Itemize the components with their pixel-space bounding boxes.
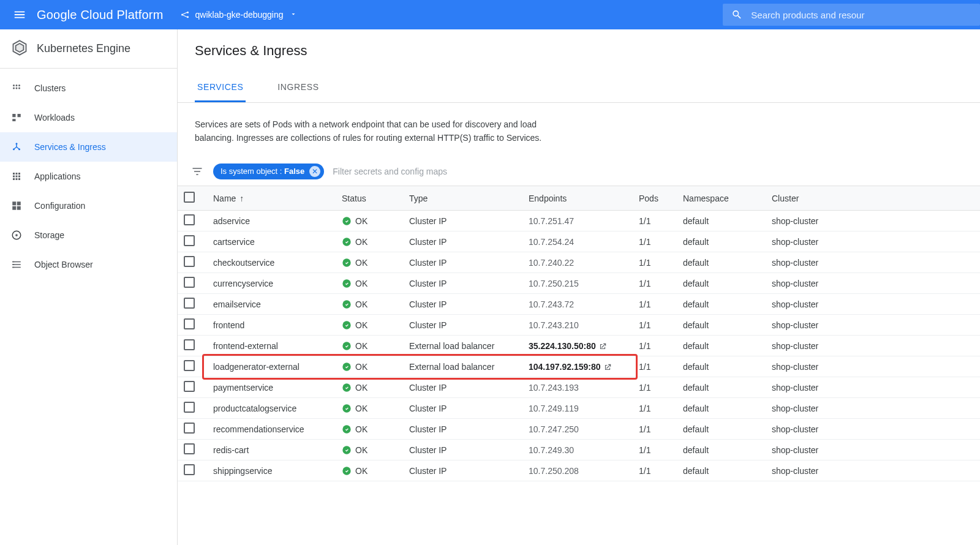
endpoint-link[interactable]: 35.224.130.50:80 (529, 341, 596, 351)
svg-rect-28 (12, 206, 16, 210)
search-box[interactable] (723, 4, 980, 26)
table-row[interactable]: recommendationservice OK Cluster IP 10.7… (178, 419, 980, 440)
table-row[interactable]: emailservice OK Cluster IP 10.7.243.72 1… (178, 294, 980, 315)
header-endpoints[interactable]: Endpoints (522, 186, 633, 211)
sort-ascending-icon: ↑ (239, 194, 244, 203)
row-checkbox[interactable] (178, 356, 207, 377)
filter-icon[interactable] (189, 165, 206, 178)
chip-close-icon[interactable]: ✕ (309, 166, 320, 177)
table-row[interactable]: loadgenerator-external OK External load … (178, 356, 980, 377)
platform-logo[interactable]: Google Cloud Platform (37, 8, 164, 22)
service-type: Cluster IP (403, 231, 522, 252)
project-name: qwiklab-gke-debugging (195, 10, 284, 20)
sidebar-item-clusters[interactable]: Clusters (0, 73, 177, 103)
header-checkbox[interactable] (178, 186, 207, 211)
sidebar-item-services[interactable]: Services & Ingress (0, 132, 177, 162)
sidebar-item-storage[interactable]: Storage (0, 220, 177, 250)
service-name[interactable]: loadgenerator-external (207, 356, 336, 377)
sidebar-item-object-browser[interactable]: Object Browser (0, 250, 177, 279)
namespace: default (677, 336, 766, 356)
header-namespace[interactable]: Namespace (677, 186, 766, 211)
svg-point-9 (16, 88, 18, 89)
sidebar-item-label: Services & Ingress (34, 142, 106, 152)
menu-button[interactable] (7, 8, 32, 21)
service-name[interactable]: productcatalogservice (207, 398, 336, 419)
namespace: default (677, 294, 766, 315)
open-external-icon[interactable] (598, 342, 607, 351)
pods-count: 1/1 (633, 419, 677, 440)
service-name[interactable]: cartservice (207, 231, 336, 252)
table-row[interactable]: paymentservice OK Cluster IP 10.7.243.19… (178, 377, 980, 398)
service-name[interactable]: frontend (207, 315, 336, 336)
header-pods[interactable]: Pods (633, 186, 677, 211)
row-checkbox[interactable] (178, 315, 207, 336)
cluster-link[interactable]: shop-cluster (766, 294, 980, 315)
cluster-link[interactable]: shop-cluster (766, 273, 980, 294)
cluster-link[interactable]: shop-cluster (766, 398, 980, 419)
cluster-link[interactable]: shop-cluster (766, 460, 980, 481)
sidebar-item-configuration[interactable]: Configuration (0, 191, 177, 220)
svg-rect-27 (17, 201, 21, 205)
row-checkbox[interactable] (178, 336, 207, 356)
open-external-icon[interactable] (603, 363, 612, 372)
header-cluster[interactable]: Cluster (766, 186, 980, 211)
table-row[interactable]: frontend-external OK External load balan… (178, 336, 980, 356)
row-checkbox[interactable] (178, 419, 207, 440)
sidebar-item-workloads[interactable]: Workloads (0, 103, 177, 132)
header-name[interactable]: Name↑ (207, 186, 336, 211)
table-row[interactable]: checkoutservice OK Cluster IP 10.7.240.2… (178, 252, 980, 273)
row-checkbox[interactable] (178, 294, 207, 315)
header-status[interactable]: Status (336, 186, 403, 211)
row-checkbox[interactable] (178, 211, 207, 231)
service-name[interactable]: frontend-external (207, 336, 336, 356)
table-row[interactable]: shippingservice OK Cluster IP 10.7.250.2… (178, 460, 980, 481)
cluster-link[interactable]: shop-cluster (766, 315, 980, 336)
row-checkbox[interactable] (178, 377, 207, 398)
endpoint-value: 10.7.243.210 (529, 320, 579, 330)
table-row[interactable]: cartservice OK Cluster IP 10.7.254.24 1/… (178, 231, 980, 252)
tab-services[interactable]: SERVICES (195, 73, 246, 102)
row-checkbox[interactable] (178, 273, 207, 294)
service-type: Cluster IP (403, 252, 522, 273)
table-row[interactable]: productcatalogservice OK Cluster IP 10.7… (178, 398, 980, 419)
tabs: SERVICESINGRESS (178, 73, 980, 103)
row-checkbox[interactable] (178, 231, 207, 252)
filter-chip[interactable]: Is system object : False ✕ (213, 164, 324, 179)
project-picker[interactable]: qwiklab-gke-debugging (175, 7, 302, 23)
search-input[interactable] (751, 10, 971, 20)
filter-input[interactable] (333, 167, 969, 176)
cluster-link[interactable]: shop-cluster (766, 377, 980, 398)
cluster-link[interactable]: shop-cluster (766, 252, 980, 273)
table-row[interactable]: frontend OK Cluster IP 10.7.243.210 1/1 … (178, 315, 980, 336)
svg-point-50 (342, 467, 350, 475)
row-checkbox[interactable] (178, 440, 207, 460)
service-name[interactable]: checkoutservice (207, 252, 336, 273)
table-row[interactable]: redis-cart OK Cluster IP 10.7.249.30 1/1… (178, 440, 980, 460)
svg-rect-19 (18, 173, 20, 175)
cluster-link[interactable]: shop-cluster (766, 356, 980, 377)
endpoint-link[interactable]: 104.197.92.159:80 (529, 362, 601, 372)
search-icon (731, 9, 742, 21)
tab-ingress[interactable]: INGRESS (275, 73, 321, 102)
sidebar-item-applications[interactable]: Applications (0, 162, 177, 191)
service-name[interactable]: currencyservice (207, 273, 336, 294)
table-row[interactable]: currencyservice OK Cluster IP 10.7.250.2… (178, 273, 980, 294)
service-name[interactable]: shippingservice (207, 460, 336, 481)
svg-rect-13 (12, 119, 15, 121)
cluster-link[interactable]: shop-cluster (766, 440, 980, 460)
row-checkbox[interactable] (178, 460, 207, 481)
cluster-link[interactable]: shop-cluster (766, 211, 980, 231)
cluster-link[interactable]: shop-cluster (766, 419, 980, 440)
cluster-link[interactable]: shop-cluster (766, 336, 980, 356)
service-name[interactable]: redis-cart (207, 440, 336, 460)
row-checkbox[interactable] (178, 398, 207, 419)
table-row[interactable]: adservice OK Cluster IP 10.7.251.47 1/1 … (178, 211, 980, 231)
service-name[interactable]: recommendationservice (207, 419, 336, 440)
cluster-link[interactable]: shop-cluster (766, 231, 980, 252)
service-name[interactable]: paymentservice (207, 377, 336, 398)
row-checkbox[interactable] (178, 252, 207, 273)
header-type[interactable]: Type (403, 186, 522, 211)
service-name[interactable]: emailservice (207, 294, 336, 315)
svg-rect-37 (12, 267, 14, 268)
service-name[interactable]: adservice (207, 211, 336, 231)
